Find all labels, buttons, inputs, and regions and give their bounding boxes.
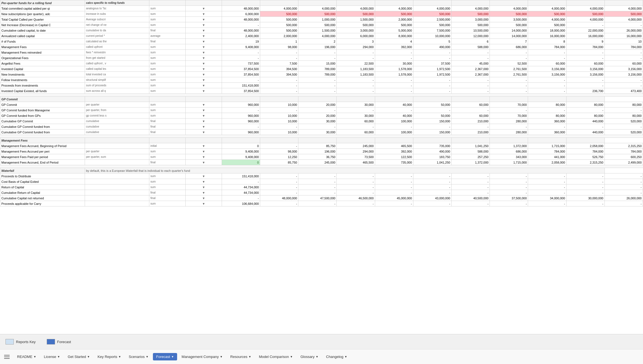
- row-arrow[interactable]: ▼: [185, 50, 222, 55]
- row-value-2: -: [337, 77, 375, 83]
- row-value-9: -: [604, 55, 643, 61]
- row-value-1: 15,000: [298, 61, 337, 66]
- row-value-9: 60,000: [604, 61, 643, 66]
- row-arrow[interactable]: ▼: [185, 129, 222, 135]
- row-value-6: -: [490, 88, 528, 94]
- row-total: 151,418,000: [222, 83, 260, 88]
- table-row: Cumulative Capital not returnedfinal▼-48…: [0, 195, 643, 201]
- row-total: -: [222, 50, 260, 55]
- row-value-6: 686,000: [490, 44, 528, 50]
- row-value-9: -: [604, 184, 643, 190]
- main-content[interactable]: Per-quarter funds for a rolling fundcalc…: [0, 0, 643, 334]
- row-value-0: 48,000,000: [260, 195, 298, 201]
- nav-item-forecast[interactable]: Forecast▼: [153, 353, 177, 360]
- row-value-8: 22,000,000: [566, 28, 604, 33]
- nav-item-readme[interactable]: README▼: [14, 353, 40, 360]
- row-arrow[interactable]: ▼: [185, 195, 222, 201]
- row-value-9: 784,000: [604, 44, 643, 50]
- nav-item-changelog[interactable]: Changelog▼: [323, 353, 351, 360]
- row-arrow[interactable]: ▼: [185, 28, 222, 33]
- row-arrow[interactable]: ▼: [185, 154, 222, 160]
- row-arrow[interactable]: ▼: [185, 66, 222, 72]
- row-arrow[interactable]: ▼: [185, 102, 222, 107]
- nav-item-get-started[interactable]: Get Started▼: [64, 353, 93, 360]
- nav-label: Glossary: [300, 355, 314, 359]
- row-arrow[interactable]: ▼: [185, 143, 222, 149]
- row-arrow[interactable]: ▼: [185, 173, 222, 179]
- nav-item-license[interactable]: License▼: [41, 353, 64, 360]
- row-arrow[interactable]: ▼: [185, 88, 222, 94]
- row-value-6: 7: [490, 39, 528, 44]
- row-arrow[interactable]: ▼: [185, 201, 222, 206]
- row-total: 151,418,000: [222, 173, 260, 179]
- nav-item-model-comparison[interactable]: Model Comparison▼: [255, 353, 296, 360]
- row-label: Return of Capital: [0, 184, 85, 190]
- row-value-1: -: [298, 55, 337, 61]
- row-arrow[interactable]: ▼: [185, 107, 222, 113]
- row-arrow[interactable]: ▼: [185, 190, 222, 195]
- row-value-6: -: [490, 124, 528, 129]
- row-arrow[interactable]: ▼: [185, 184, 222, 190]
- row-type: final: [149, 28, 186, 33]
- row-desc: cumulative to da: [85, 28, 149, 33]
- row-value-8: 236,700: [566, 88, 604, 94]
- table-row: Cumulative GP Commit funded fromcumulati…: [0, 124, 643, 129]
- row-value-8: 4,000,000: [566, 6, 604, 11]
- row-value-3: 30,000: [375, 61, 413, 66]
- nav-item-resources[interactable]: Resources▼: [227, 353, 254, 360]
- nav-item-scenarios[interactable]: Scenarios▼: [125, 353, 152, 360]
- row-arrow[interactable]: ▼: [185, 33, 222, 39]
- row-label: Cumulative Capital not returned: [0, 195, 85, 201]
- row-type: sum: [149, 184, 186, 190]
- row-total: 9,408,000: [222, 149, 260, 154]
- row-value-6: -: [490, 190, 528, 195]
- row-total: 48,000,000: [222, 17, 260, 22]
- row-arrow[interactable]: ▼: [185, 113, 222, 118]
- row-value-0: -: [260, 173, 298, 179]
- row-value-3: -: [375, 55, 413, 61]
- row-value-9: 4,000,000: [604, 6, 643, 11]
- table-row: # of Fundscalculated as thefinal▼1912345…: [0, 39, 643, 44]
- nav-label: README: [17, 355, 32, 359]
- row-arrow[interactable]: ▼: [185, 61, 222, 66]
- row-arrow[interactable]: ▼: [185, 160, 222, 165]
- row-arrow[interactable]: ▼: [185, 44, 222, 50]
- row-value-3: 40,000: [375, 113, 413, 118]
- row-value-6: 3,500,000: [490, 17, 528, 22]
- hamburger-menu[interactable]: [3, 353, 11, 361]
- row-arrow[interactable]: ▼: [185, 83, 222, 88]
- row-arrow[interactable]: ▼: [185, 118, 222, 124]
- row-value-3: 2,000,000: [375, 17, 413, 22]
- row-value-2: 3: [337, 39, 375, 44]
- row-arrow[interactable]: ▼: [185, 149, 222, 154]
- row-value-2: 1,500,000: [337, 17, 375, 22]
- row-arrow[interactable]: ▼: [185, 179, 222, 184]
- nav-items: README▼License▼Get Started▼Key Reports▼S…: [14, 353, 350, 360]
- nav-item-glossary[interactable]: Glossary▼: [297, 353, 322, 360]
- nav-item-key-reports[interactable]: Key Reports▼: [94, 353, 124, 360]
- row-value-8: -: [566, 22, 604, 28]
- row-value-6: 1,715,000: [490, 160, 528, 165]
- table-row: Cumulative GP Commitcumulativefinal▼960,…: [0, 118, 643, 124]
- row-arrow[interactable]: ▼: [185, 39, 222, 44]
- row-arrow[interactable]: ▼: [185, 77, 222, 83]
- row-value-5: -: [451, 50, 490, 55]
- row-label: Annualized called capital: [0, 33, 85, 39]
- row-value-6: -: [490, 77, 528, 83]
- nav-item-management-company[interactable]: Management Company▼: [178, 353, 226, 360]
- row-arrow[interactable]: ▼: [185, 22, 222, 28]
- table-row: Return of Capitalsum▼44,734,000---------…: [0, 184, 643, 190]
- row-arrow[interactable]: ▼: [185, 55, 222, 61]
- row-value-8: 440,000: [566, 129, 604, 135]
- row-desc: called upfront: [85, 44, 149, 50]
- row-arrow[interactable]: ▼: [185, 124, 222, 129]
- row-arrow[interactable]: ▼: [185, 72, 222, 77]
- row-value-1: -: [298, 50, 337, 55]
- row-value-6: 37,500,000: [490, 195, 528, 201]
- nav-label: Forecast: [156, 355, 170, 359]
- table-row: Management Fees Accrued per periper quar…: [0, 149, 643, 154]
- row-arrow[interactable]: ▼: [185, 17, 222, 22]
- row-value-8: -: [566, 173, 604, 179]
- row-arrow[interactable]: ▼: [185, 6, 222, 11]
- row-arrow[interactable]: ▼: [185, 11, 222, 17]
